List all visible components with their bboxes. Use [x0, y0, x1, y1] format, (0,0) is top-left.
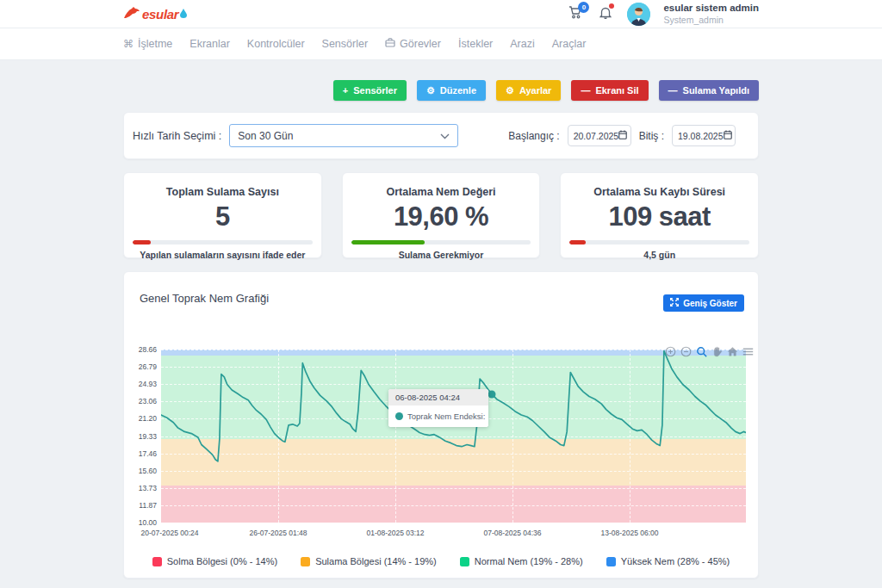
button-label: Düzenle [440, 85, 476, 96]
nav-item-isletme[interactable]: ⌘ İşletme [123, 38, 172, 50]
settings-button[interactable]: ⚙ Ayarlar [496, 80, 561, 101]
menu-icon[interactable] [742, 346, 755, 357]
y-tick-label: 28.66 [139, 345, 157, 354]
brand-name: esular [142, 7, 178, 22]
button-label: Sulama Yapıldı [683, 85, 749, 96]
zoom-in-icon[interactable] [664, 346, 677, 357]
y-tick-label: 24.93 [139, 380, 157, 388]
expand-icon [670, 298, 679, 308]
user-menu[interactable]: esular sistem admin System_admin [663, 2, 759, 26]
legend-label: Solma Bölgesi (0% - 14%) [167, 556, 277, 566]
button-label: Ayarlar [519, 85, 552, 96]
stat-caption: Sulama Gerekmiyor [343, 250, 540, 260]
x-tick-label: 26-07-2025 01:48 [249, 529, 307, 537]
delete-screen-button[interactable]: — Ekranı Sil [571, 80, 648, 101]
gridline [161, 523, 746, 523]
zoom-select-icon[interactable] [695, 346, 708, 357]
cart-button[interactable]: 0 [567, 5, 584, 22]
y-tick-label: 15.60 [139, 467, 157, 475]
stat-value: 109 saat [561, 201, 758, 232]
briefcase-icon [385, 38, 395, 50]
legend-item-yuksek[interactable]: Yüksek Nem (28% - 45%) [606, 556, 730, 566]
main-nav: ⌘ İşletme Ekranlar Kontrolcüler Sensörle… [0, 28, 882, 60]
quick-date-select[interactable]: Son 30 Gün [229, 124, 458, 147]
gear-icon: ⚙ [426, 85, 435, 96]
user-name: esular sistem admin [663, 2, 759, 14]
notification-dot [609, 3, 614, 9]
nav-item-gorevler[interactable]: Görevler [385, 38, 441, 50]
stat-card-water-loss: Ortalama Su Kaybı Süresi 109 saat 4,5 gü… [560, 172, 759, 258]
notifications-button[interactable] [597, 5, 614, 22]
calendar-icon [618, 130, 627, 141]
x-tick-label: 07-08-2025 04:36 [483, 529, 541, 537]
stat-progress [133, 240, 313, 244]
nav-label: İstekler [458, 38, 493, 50]
nav-item-araclar[interactable]: Araçlar [552, 38, 587, 50]
legend-item-solma[interactable]: Solma Bölgesi (0% - 14%) [152, 556, 277, 566]
end-date-input[interactable]: 19.08.2025 [672, 125, 736, 146]
button-label: Ekranı Sil [595, 85, 638, 96]
gear-icon: ⚙ [506, 85, 514, 96]
sensors-button[interactable]: + Sensörler [333, 80, 407, 101]
plus-icon: + [343, 85, 348, 96]
start-date-value: 20.07.2025 [574, 131, 619, 141]
nav-label: Görevler [400, 38, 441, 50]
legend-item-normal[interactable]: Normal Nem (19% - 28%) [460, 556, 583, 566]
legend-swatch [301, 557, 310, 566]
nav-item-sensorler[interactable]: Sensörler [322, 38, 369, 50]
stat-title: Ortalama Su Kaybı Süresi [561, 186, 758, 198]
nav-label: Ekranlar [189, 38, 230, 50]
nav-item-arazi[interactable]: Arazi [510, 38, 534, 50]
end-date-value: 19.08.2025 [678, 131, 724, 141]
chevron-down-icon [440, 130, 450, 142]
stat-title: Toplam Sulama Sayısı [124, 186, 321, 198]
minus-icon: — [668, 85, 678, 96]
nav-label: Sensörler [322, 38, 369, 50]
pan-icon[interactable] [711, 346, 724, 357]
chart-plot-area[interactable]: 06-08-2025 04:24 Toprak Nem Endeksi: 23.… [161, 350, 746, 523]
start-date-input[interactable]: 20.07.2025 [568, 125, 631, 146]
chart-x-axis: 20-07-2025 00:2426-07-2025 01:4801-08-20… [161, 529, 746, 539]
chart-tooltip: 06-08-2025 04:24 Toprak Nem Endeksi: 23.… [388, 389, 488, 427]
avatar[interactable] [627, 3, 650, 26]
legend-label: Sulama Bölgesi (14% - 19%) [315, 556, 437, 566]
irrigation-done-button[interactable]: — Sulama Yapıldı [659, 80, 759, 101]
date-filter-card: Hızlı Tarih Seçimi : Son 30 Gün Başlangı… [123, 112, 759, 159]
stat-progress [351, 240, 531, 244]
nav-item-ekranlar[interactable]: Ekranlar [189, 38, 230, 50]
brand-logo[interactable]: esular [123, 6, 187, 22]
stat-bar-fill [351, 240, 425, 244]
quick-date-label: Hızlı Tarih Seçimi : [133, 130, 221, 142]
stat-bar-fill [569, 240, 586, 244]
stat-value: 19,60 % [343, 201, 540, 232]
edit-button[interactable]: ⚙ Düzenle [417, 80, 486, 101]
chart-title: Genel Toprak Nem Grafiği [140, 292, 269, 305]
stat-card-total-irrigation: Toplam Sulama Sayısı 5 Yapılan sulamalar… [123, 172, 322, 258]
chart-y-axis: 28.6626.7924.9323.0621.2019.3317.4615.60… [124, 350, 157, 523]
legend-item-sulama[interactable]: Sulama Bölgesi (14% - 19%) [301, 556, 437, 566]
stat-caption: Yapılan sulamaların sayısını ifade eder [124, 250, 321, 260]
expand-label: Geniş Göster [683, 299, 737, 308]
legend-swatch [460, 557, 469, 566]
nav-item-kontrolculer[interactable]: Kontrolcüler [247, 38, 305, 50]
waterdrop-icon [180, 6, 187, 22]
y-tick-label: 17.46 [139, 449, 157, 458]
stat-caption: 4,5 gün [561, 250, 758, 260]
tooltip-series-label: Toprak Nem Endeksi: [407, 412, 485, 421]
y-tick-label: 13.73 [139, 484, 157, 492]
zoom-out-icon[interactable] [680, 346, 693, 357]
user-role: System_admin [663, 15, 759, 26]
tooltip-date: 06-08-2025 04:24 [388, 389, 488, 405]
y-tick-label: 10.00 [139, 518, 157, 527]
home-icon[interactable] [726, 346, 739, 357]
nav-item-istekler[interactable]: İstekler [458, 38, 493, 50]
minus-icon: — [581, 85, 590, 96]
expand-chart-button[interactable]: Geniş Göster [663, 294, 744, 312]
button-label: Sensörler [353, 85, 397, 96]
cart-badge: 0 [578, 2, 589, 13]
calendar-icon [724, 130, 732, 141]
nav-label: Araçlar [552, 38, 587, 50]
moisture-line-series [161, 350, 746, 523]
series-dot-icon [395, 412, 403, 420]
x-tick-label: 13-08-2025 06:00 [600, 529, 658, 537]
